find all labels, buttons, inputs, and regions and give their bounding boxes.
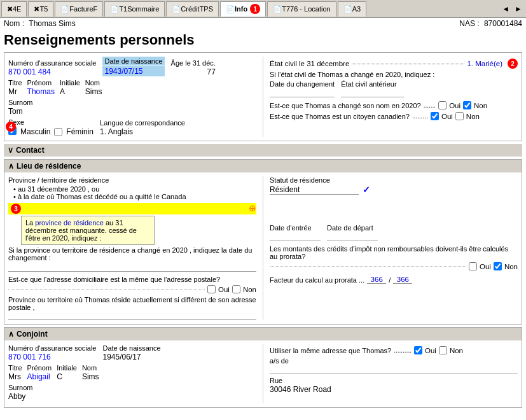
etat-civil-label: État civil le 31 décembre (270, 60, 349, 67)
citoyen-oui-checkbox[interactable] (431, 112, 439, 120)
date-entree-input[interactable] (270, 232, 321, 241)
tab-facturef-label: FactureF (69, 5, 97, 13)
tab-a3[interactable]: 📄 A3 (338, 1, 366, 17)
form-container: Numéro d'assurance sociale 870 001 484 D… (0, 52, 526, 408)
statut-field: Statut de résidence Résident ✓ (270, 176, 518, 195)
conj-prenom-label: Prénom (27, 364, 52, 372)
conj-initiale-value: C (57, 372, 77, 381)
date-changement-input[interactable] (270, 88, 335, 97)
statut-label: Statut de résidence (270, 176, 518, 184)
als-de-input[interactable] (270, 365, 518, 374)
province-diff-input[interactable] (8, 311, 256, 320)
credits-label: Les montants des crédits d'impôt non rem… (270, 245, 518, 260)
province-tooltip: La province de résidence au 31 décembre … (21, 216, 155, 245)
facteur-slash: / (389, 276, 391, 284)
tab-t5[interactable]: ✖ T5 (28, 1, 53, 17)
tab-t776-label: T776 - Location (282, 5, 330, 13)
header-nas: NAS : 870001484 (459, 19, 522, 28)
tab-4e[interactable]: ✖ 4E (1, 1, 27, 17)
date-entree-field: Date d'entrée (270, 224, 321, 241)
conjoint-right: Utiliser la même adresse que Thomas? ...… (263, 344, 518, 403)
credits-non-checkbox[interactable] (494, 262, 502, 270)
conj-dob-label: Date de naissance (102, 344, 160, 352)
tab-t1sommaire[interactable]: 📄 T1Sommaire (104, 1, 165, 17)
adresse-non-label: Non (243, 286, 256, 293)
citoyen-oui-label: Oui (441, 113, 453, 120)
tab-info-badge: 1 (250, 4, 260, 14)
dob-field[interactable]: Date de naissance 1943/07/15 (102, 57, 164, 76)
nom-change-non-checkbox[interactable] (463, 101, 471, 109)
residence-right: Statut de résidence Résident ✓ Date d'en… (263, 176, 518, 320)
contact-section[interactable]: ∨ Contact (4, 144, 522, 157)
feminin-checkbox[interactable] (54, 128, 62, 136)
meme-adresse-oui-checkbox[interactable] (414, 346, 422, 354)
nav-left-icon[interactable]: ◄ (499, 3, 512, 15)
surnom-label: Surnom (8, 99, 256, 106)
tab-t776[interactable]: 📄 T776 - Location (267, 1, 336, 17)
badge-3: 3 (11, 204, 21, 214)
nas-value: 870 001 484 (8, 67, 96, 76)
tab-facturef[interactable]: 📄 FactureF (55, 1, 103, 17)
changement-label: Si l'état civil de Thomas a changé en 20… (270, 71, 518, 78)
facteur-value2: 366 (393, 276, 412, 284)
header-nas-value: 870001484 (484, 19, 522, 28)
tab-facturef-icon: 📄 (60, 5, 69, 13)
residence-section: ∧ Lieu de résidence Province / territoir… (4, 159, 522, 325)
header-nom-label: Nom : (4, 19, 24, 28)
statut-checkmark: ✓ (363, 185, 370, 195)
nom-field-label: Nom (85, 79, 102, 87)
citoyen-non-checkbox[interactable] (455, 112, 464, 120)
nas-field: Numéro d'assurance sociale 870 001 484 (8, 59, 96, 76)
meme-adresse-non-checkbox[interactable] (439, 346, 447, 354)
yellow-bar[interactable]: 3 (8, 203, 256, 214)
adresse-non-checkbox[interactable] (232, 285, 240, 293)
tab-info-icon: 📄 (226, 5, 235, 13)
contact-arrow: ∨ (8, 146, 13, 155)
rue-value: 30046 River Road (270, 385, 518, 394)
nom-field-value: Sims (85, 87, 102, 96)
orange-circle-icon[interactable]: ⊕ (249, 203, 256, 213)
personal-section: Numéro d'assurance sociale 870 001 484 D… (4, 52, 522, 141)
tab-info[interactable]: 📄 Info 1 (220, 1, 266, 17)
feminin-label: Féminin (66, 127, 93, 136)
sexe-langue-row: Sexe 4 Masculin Féminin Langue de (8, 118, 256, 137)
badge-4: 4 (6, 122, 16, 132)
conj-nas-value: 870 001 716 (8, 353, 96, 361)
als-de-label: a/s de (270, 357, 518, 365)
province-bullet1: • au 31 décembre 2020 , ou (13, 185, 256, 193)
tab-credittps[interactable]: 📄 CréditTPS (166, 1, 219, 17)
conj-surnom-row: Surnom Abby (8, 384, 256, 401)
meme-adresse-label: Utiliser la même adresse que Thomas? (270, 347, 391, 354)
conj-name-row: Titre Mrs Prénom Abigail Initiale C Nom … (8, 364, 256, 381)
residence-label: Lieu de résidence (17, 162, 81, 171)
province-change-input[interactable] (8, 263, 256, 272)
conjoint-header[interactable]: ∧ Conjoint (4, 328, 522, 340)
residence-two-col: Province / territoire de résidence • au … (8, 176, 518, 320)
residence-header[interactable]: ∧ Lieu de résidence (4, 160, 522, 172)
conj-nas-dob-row: Numéro d'assurance sociale 870 001 716 D… (8, 344, 256, 361)
date-fields: Date d'entrée Date de départ (270, 224, 518, 241)
conj-prenom-field: Prénom Abigail (27, 364, 52, 381)
nom-change-non-label: Non (474, 102, 487, 109)
date-depart-input[interactable] (327, 232, 378, 241)
langue-label: Langue de correspondance (100, 119, 185, 127)
residence-left: Province / territoire de résidence • au … (8, 176, 256, 320)
surnom-row: Surnom Tom (8, 99, 256, 116)
conj-dob-value: 1945/06/17 (102, 353, 160, 361)
name-row: Titre Mr Prénom Thomas Initiale A Nom Si… (8, 79, 256, 96)
personal-left: Numéro d'assurance sociale 870 001 484 D… (8, 57, 256, 137)
nav-right-icon[interactable]: ► (512, 3, 525, 15)
province-change-label: Si la province ou territoire de résidenc… (8, 246, 256, 262)
adresse-oui-checkbox[interactable] (207, 285, 216, 293)
tab-credittps-icon: 📄 (172, 5, 181, 13)
date-depart-label: Date de départ (327, 224, 378, 232)
credits-oui-checkbox[interactable] (469, 262, 477, 270)
date-changement-label: Date du changement (270, 80, 335, 88)
personal-right: État civil le 31 décembre 1. Marié(e) 2 … (263, 57, 518, 137)
date-depart-field: Date de départ (327, 224, 378, 241)
credits-oui-label: Oui (480, 263, 491, 270)
nom-change-oui-checkbox[interactable] (438, 101, 446, 109)
initiale-value: A (60, 87, 80, 96)
sexe-checkboxes: 4 Masculin Féminin (8, 127, 93, 137)
etat-anterieur-input[interactable] (341, 88, 405, 97)
